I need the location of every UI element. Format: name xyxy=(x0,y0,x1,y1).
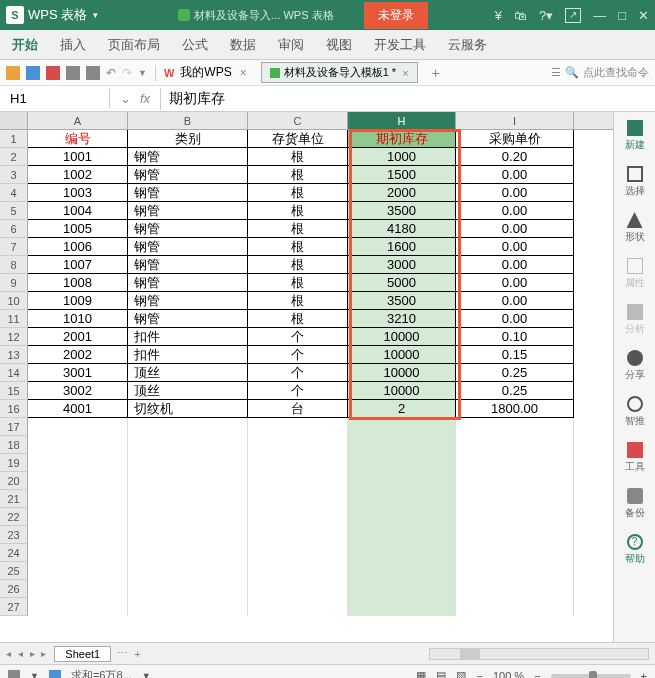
cell-empty[interactable] xyxy=(456,508,574,526)
cell[interactable]: 个 xyxy=(248,364,348,382)
cell-selected-col[interactable]: 5000 xyxy=(348,274,456,292)
preview-icon[interactable] xyxy=(86,66,100,80)
tab-cloud[interactable]: 云服务 xyxy=(448,36,487,54)
cell-empty[interactable] xyxy=(128,454,248,472)
money-icon[interactable]: ¥ xyxy=(495,8,502,23)
cell-empty[interactable] xyxy=(128,526,248,544)
cell[interactable]: 0.10 xyxy=(456,328,574,346)
cell-empty[interactable] xyxy=(456,598,574,616)
cell-empty-selected-col[interactable] xyxy=(348,436,456,454)
row-header[interactable]: 9 xyxy=(0,274,28,292)
cell[interactable]: 1009 xyxy=(28,292,128,310)
file-tab-close-icon[interactable]: × xyxy=(402,67,408,79)
grid-rows[interactable]: 1编号类别存货单位期初库存采购单价21001钢管根10000.2031002钢管… xyxy=(0,130,613,616)
cell[interactable]: 钢管 xyxy=(128,292,248,310)
cell-empty-selected-col[interactable] xyxy=(348,490,456,508)
more-dropdown-icon[interactable]: ▼ xyxy=(138,68,147,78)
file-tab[interactable]: 材料及设备导入模板1 * × xyxy=(261,62,418,83)
cell-selected-col[interactable]: 10000 xyxy=(348,364,456,382)
tab-view[interactable]: 视图 xyxy=(326,36,352,54)
col-header-b[interactable]: B xyxy=(128,112,248,129)
cell[interactable]: 0.00 xyxy=(456,238,574,256)
col-header-c[interactable]: C xyxy=(248,112,348,129)
tab-formula[interactable]: 公式 xyxy=(182,36,208,54)
cell[interactable]: 台 xyxy=(248,400,348,418)
mywps-link[interactable]: 我的WPS xyxy=(180,64,231,81)
cell[interactable]: 3002 xyxy=(28,382,128,400)
cell[interactable]: 0.00 xyxy=(456,256,574,274)
row-header[interactable]: 22 xyxy=(0,508,28,526)
cell-selected-col[interactable]: 10000 xyxy=(348,382,456,400)
cell-empty[interactable] xyxy=(128,472,248,490)
view-page-icon[interactable]: ▤ xyxy=(436,669,446,678)
cell[interactable]: 1008 xyxy=(28,274,128,292)
cell[interactable]: 钢管 xyxy=(128,148,248,166)
cell-selected-col[interactable]: 2000 xyxy=(348,184,456,202)
cell-empty[interactable] xyxy=(248,436,348,454)
cell-empty[interactable] xyxy=(28,562,128,580)
row-header[interactable]: 14 xyxy=(0,364,28,382)
row-header[interactable]: 12 xyxy=(0,328,28,346)
pdf-icon[interactable] xyxy=(46,66,60,80)
view-split-icon[interactable]: ▧ xyxy=(456,669,466,678)
cell-empty[interactable] xyxy=(128,598,248,616)
cell[interactable]: 钢管 xyxy=(128,274,248,292)
cell[interactable]: 4001 xyxy=(28,400,128,418)
row-header[interactable]: 13 xyxy=(0,346,28,364)
row-header[interactable]: 27 xyxy=(0,598,28,616)
sheet-nav-icons[interactable]: ◂ ◂ ▸ ▸ xyxy=(6,648,48,659)
sidepanel-bak[interactable]: 备份 xyxy=(625,488,645,520)
cell-empty[interactable] xyxy=(248,562,348,580)
cell-selected-col[interactable]: 3500 xyxy=(348,202,456,220)
header-cell-selected[interactable]: 期初库存 xyxy=(348,130,456,148)
help-dropdown-icon[interactable]: ?▾ xyxy=(539,8,553,23)
cell[interactable]: 根 xyxy=(248,310,348,328)
cell-empty[interactable] xyxy=(28,472,128,490)
cell[interactable]: 0.15 xyxy=(456,346,574,364)
cell-empty[interactable] xyxy=(28,418,128,436)
search-icon[interactable]: 🔍 xyxy=(565,66,579,79)
cell[interactable]: 0.00 xyxy=(456,166,574,184)
sidepanel-tool[interactable]: 工具 xyxy=(625,442,645,474)
maximize-icon[interactable]: □ xyxy=(618,8,626,23)
sidepanel-ana[interactable]: 分析 xyxy=(625,304,645,336)
fx-dropdown-icon[interactable]: ⌄ xyxy=(110,91,140,106)
cell-empty[interactable] xyxy=(128,418,248,436)
cell-empty[interactable] xyxy=(456,562,574,580)
print-icon[interactable] xyxy=(66,66,80,80)
open-icon[interactable] xyxy=(6,66,20,80)
sheet-tab[interactable]: Sheet1 xyxy=(54,646,111,662)
cell-selected-col[interactable]: 10000 xyxy=(348,346,456,364)
cell[interactable]: 根 xyxy=(248,148,348,166)
tab-review[interactable]: 审阅 xyxy=(278,36,304,54)
cell[interactable]: 根 xyxy=(248,166,348,184)
cell-empty[interactable] xyxy=(28,598,128,616)
cell-selected-col[interactable]: 2 xyxy=(348,400,456,418)
cell-empty[interactable] xyxy=(456,472,574,490)
status-icon-2[interactable] xyxy=(49,670,61,679)
cell-empty[interactable] xyxy=(248,580,348,598)
cell[interactable]: 1800.00 xyxy=(456,400,574,418)
row-header[interactable]: 6 xyxy=(0,220,28,238)
cart-icon[interactable]: 🛍 xyxy=(514,8,527,23)
cell[interactable]: 根 xyxy=(248,238,348,256)
cell-selected-col[interactable]: 3500 xyxy=(348,292,456,310)
status-sum-dropdown-icon[interactable]: ▼ xyxy=(142,671,151,679)
cell-empty-selected-col[interactable] xyxy=(348,526,456,544)
header-cell[interactable]: 存货单位 xyxy=(248,130,348,148)
cell-empty[interactable] xyxy=(248,598,348,616)
cell[interactable]: 钢管 xyxy=(128,220,248,238)
cell-empty[interactable] xyxy=(248,472,348,490)
cell[interactable]: 1007 xyxy=(28,256,128,274)
cell-selected-col[interactable]: 4180 xyxy=(348,220,456,238)
app-menu-dropdown-icon[interactable]: ▾ xyxy=(93,10,98,20)
cell[interactable]: 个 xyxy=(248,382,348,400)
cell[interactable]: 根 xyxy=(248,202,348,220)
search-placeholder[interactable]: 点此查找命令 xyxy=(583,65,649,80)
cell-empty-selected-col[interactable] xyxy=(348,508,456,526)
cell-empty[interactable] xyxy=(456,490,574,508)
tab-data[interactable]: 数据 xyxy=(230,36,256,54)
cell-empty-selected-col[interactable] xyxy=(348,418,456,436)
cell-empty[interactable] xyxy=(28,526,128,544)
cell-empty-selected-col[interactable] xyxy=(348,580,456,598)
